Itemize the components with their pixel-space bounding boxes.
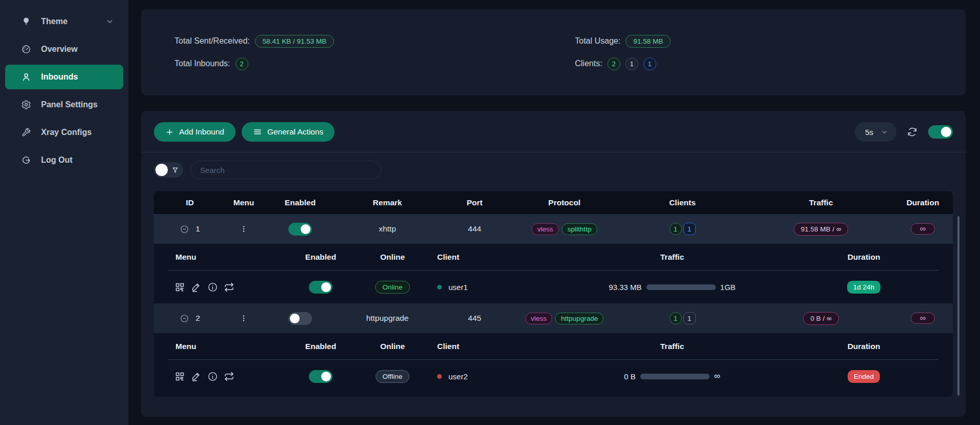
- sub-col-duration: Duration: [775, 253, 953, 262]
- inbounds-table: ID Menu Enabled Remark Port Protocol Cli…: [154, 191, 953, 397]
- plus-icon: [165, 128, 174, 137]
- toggle-knob: [941, 127, 951, 137]
- client-count-badge: 1: [683, 223, 696, 235]
- repeat-icon[interactable]: [224, 282, 234, 293]
- client-count-badge: 1: [683, 312, 696, 324]
- sidebar-item-inbounds[interactable]: Inbounds: [5, 65, 123, 89]
- traffic-badge: 0 B / ∞: [803, 312, 838, 325]
- toggle-knob: [321, 372, 331, 381]
- add-inbound-button[interactable]: Add Inbound: [154, 122, 236, 142]
- filter-chip[interactable]: [154, 162, 183, 178]
- sub-col-traffic: Traffic: [570, 253, 775, 262]
- sidebar-item-logout[interactable]: Log Out: [5, 148, 123, 172]
- stat-sent-received: Total Sent/Received: 58.41 KB / 91.53 MB: [174, 34, 554, 48]
- row-menu-icon[interactable]: [239, 314, 248, 323]
- stat-clients: Clients: 2 1 1: [575, 56, 966, 71]
- chevron-down-icon: [880, 128, 888, 136]
- inbound-port: 445: [436, 314, 513, 323]
- search-input[interactable]: [190, 161, 381, 179]
- protocol-tag: httpupgrade: [555, 313, 603, 324]
- stat-total-inbounds: Total Inbounds: 2: [174, 56, 554, 71]
- sub-col-enabled: Enabled: [282, 253, 359, 262]
- col-header-clients: Clients: [616, 198, 749, 207]
- stats-card: Total Sent/Received: 58.41 KB / 91.53 MB…: [141, 9, 966, 95]
- main-content: Total Sent/Received: 58.41 KB / 91.53 MB…: [128, 0, 980, 425]
- sub-col-menu: Menu: [154, 342, 282, 351]
- sub-col-online: Online: [359, 342, 426, 351]
- protocol-tag: splithttp: [562, 223, 597, 235]
- collapse-icon[interactable]: [180, 314, 189, 323]
- traffic-progress-bar: [640, 374, 710, 379]
- col-header-menu: Menu: [226, 198, 262, 207]
- info-icon[interactable]: [207, 371, 218, 382]
- sidebar-item-label: Inbounds: [41, 72, 78, 82]
- stat-label: Total Sent/Received:: [174, 36, 250, 46]
- client-status-dot: [437, 374, 442, 379]
- row-menu-icon[interactable]: [239, 224, 248, 234]
- menu-lines-icon: [253, 127, 262, 137]
- col-header-protocol: Protocol: [513, 198, 616, 207]
- total-inbounds-badge: 2: [236, 57, 248, 70]
- search-row: [154, 161, 953, 179]
- funnel-icon: [171, 166, 179, 174]
- inbound-enabled-toggle[interactable]: [288, 312, 312, 325]
- traffic-used: 0 B: [624, 372, 636, 381]
- stats-left-column: Total Sent/Received: 58.41 KB / 91.53 MB…: [141, 34, 554, 71]
- online-status-badge: Offline: [376, 370, 410, 383]
- traffic-total: 1GB: [720, 283, 736, 292]
- client-enabled-toggle[interactable]: [309, 281, 332, 294]
- collapse-icon[interactable]: [180, 224, 189, 234]
- stat-label: Total Usage:: [575, 36, 621, 46]
- protocol-tag: vless: [525, 313, 553, 324]
- sidebar-item-theme[interactable]: Theme: [5, 9, 123, 34]
- traffic-used: 93.33 MB: [609, 283, 641, 292]
- duration-badge: ∞: [911, 313, 935, 324]
- refresh-interval-select[interactable]: 5s: [855, 122, 896, 142]
- subtable-header-row: Menu Enabled Online Client Traffic Durat…: [154, 244, 953, 271]
- client-count-badge: 1: [670, 312, 682, 324]
- general-actions-label: General Actions: [267, 127, 323, 137]
- col-header-enabled: Enabled: [262, 198, 339, 207]
- col-header-duration: Duration: [893, 198, 953, 207]
- sidebar-item-panel-settings[interactable]: Panel Settings: [5, 92, 123, 117]
- client-count-badge: 1: [670, 223, 682, 235]
- traffic-badge: 91.58 MB / ∞: [794, 223, 849, 236]
- add-inbound-label: Add Inbound: [179, 127, 224, 137]
- inbound-enabled-toggle[interactable]: [288, 223, 312, 236]
- refresh-icon[interactable]: [907, 126, 918, 138]
- sub-col-menu: Menu: [154, 253, 282, 262]
- inbound-row-2: 2 httpupgrade 445 vless httpupgrade: [154, 303, 953, 333]
- filter-toggle-knob[interactable]: [155, 164, 168, 176]
- sub-col-traffic: Traffic: [570, 342, 775, 351]
- sidebar-item-overview[interactable]: Overview: [5, 37, 123, 62]
- app-root: Theme Overview Inbounds Panel Settings: [0, 0, 980, 425]
- clients-badge-blue: 1: [643, 57, 656, 70]
- sub-col-duration: Duration: [775, 342, 953, 351]
- edit-icon[interactable]: [191, 371, 202, 382]
- client-name: user2: [448, 372, 468, 381]
- repeat-icon[interactable]: [224, 371, 234, 382]
- table-header-row: ID Menu Enabled Remark Port Protocol Cli…: [154, 191, 953, 214]
- col-header-traffic: Traffic: [749, 198, 893, 207]
- auto-refresh-toggle[interactable]: [928, 125, 953, 139]
- sidebar-item-xray-configs[interactable]: Xray Configs: [5, 120, 123, 145]
- sidebar-item-label: Theme: [41, 17, 68, 26]
- qrcode-icon[interactable]: [174, 371, 185, 382]
- sidebar-item-label: Panel Settings: [41, 100, 97, 109]
- inbound-remark: xhttp: [339, 224, 436, 234]
- qrcode-icon[interactable]: [174, 282, 185, 293]
- toggle-knob: [301, 224, 310, 234]
- refresh-interval-value: 5s: [865, 128, 873, 137]
- edit-icon[interactable]: [191, 282, 202, 293]
- client-enabled-toggle[interactable]: [309, 370, 332, 383]
- table-scrollbar[interactable]: [957, 216, 959, 396]
- general-actions-button[interactable]: General Actions: [242, 122, 335, 142]
- info-icon[interactable]: [207, 282, 218, 293]
- col-header-id: ID: [154, 198, 226, 207]
- client-row: Online user1 93.33 MB 1GB 1d 24h: [154, 271, 953, 303]
- sent-received-badge: 58.41 KB / 91.53 MB: [255, 35, 335, 48]
- client-subtable-1: Menu Enabled Online Client Traffic Durat…: [154, 244, 953, 303]
- chevron-down-icon: [106, 17, 114, 26]
- client-row: Offline user2 0 B ∞ Ended: [154, 360, 953, 393]
- col-header-remark: Remark: [339, 198, 436, 207]
